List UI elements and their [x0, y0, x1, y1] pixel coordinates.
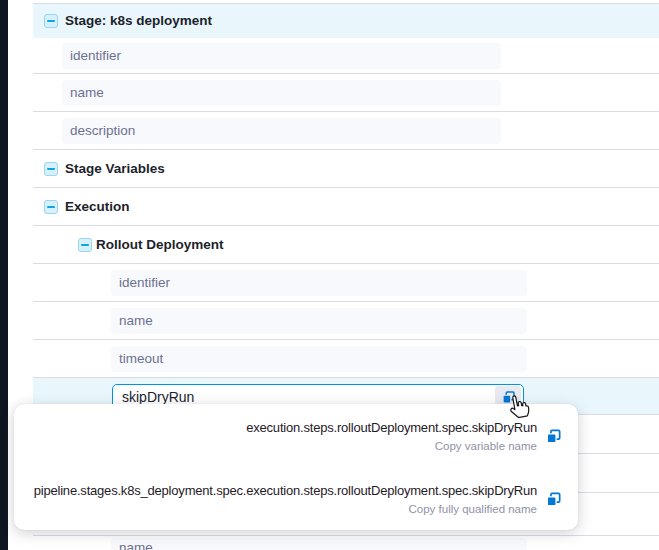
variable-name-field[interactable]: identifier	[111, 270, 527, 296]
copy-caption: Copy variable name	[246, 439, 537, 453]
variable-row: identifier	[33, 264, 659, 302]
collapse-icon[interactable]	[78, 238, 92, 252]
tree-row-rollout-deployment[interactable]: Rollout Deployment	[33, 226, 659, 264]
tree-group-label: Stage Variables	[65, 161, 165, 176]
fqn-text: pipeline.stages.k8s_deployment.spec.exec…	[34, 482, 537, 499]
tree-row-execution[interactable]: Execution	[33, 188, 659, 226]
variable-name-text: execution.steps.rolloutDeployment.spec.s…	[246, 419, 537, 436]
copy-icon	[545, 491, 562, 508]
copy-variable-name-item[interactable]: execution.steps.rolloutDeployment.spec.s…	[22, 419, 562, 453]
collapse-icon[interactable]	[44, 162, 58, 176]
variable-row: identifier	[33, 38, 659, 74]
tree-row-stage[interactable]: Stage: k8s deployment	[33, 4, 659, 38]
tree-group-label: Stage: k8s deployment	[65, 13, 212, 28]
copy-icon	[501, 390, 516, 405]
tree-group-label: Rollout Deployment	[96, 237, 224, 252]
left-dark-strip	[0, 0, 8, 550]
collapse-icon[interactable]	[44, 14, 58, 28]
variable-name-field[interactable]: name	[62, 80, 501, 106]
variable-name-field[interactable]: name	[111, 308, 527, 334]
tree-row-stage-variables[interactable]: Stage Variables	[33, 150, 659, 188]
variable-row: name	[33, 302, 659, 340]
collapse-icon[interactable]	[44, 200, 58, 214]
copy-popup: execution.steps.rolloutDeployment.spec.s…	[14, 404, 578, 530]
variable-row: name	[33, 536, 659, 550]
variable-name-field[interactable]: identifier	[62, 43, 501, 69]
variables-tree-panel: Stage: k8s deployment identifier name de…	[0, 0, 659, 550]
tree-group-label: Execution	[65, 199, 130, 214]
variable-row: description	[33, 112, 659, 150]
variable-name-field[interactable]: description	[62, 118, 501, 144]
variable-row: name	[33, 74, 659, 112]
copy-caption: Copy fully qualified name	[34, 502, 537, 516]
variable-row: timeout	[33, 340, 659, 378]
variable-name-field[interactable]: timeout	[111, 346, 527, 372]
copy-icon	[545, 428, 562, 445]
copy-fqn-item[interactable]: pipeline.stages.k8s_deployment.spec.exec…	[22, 482, 562, 516]
variable-name-field[interactable]: name	[111, 538, 527, 550]
